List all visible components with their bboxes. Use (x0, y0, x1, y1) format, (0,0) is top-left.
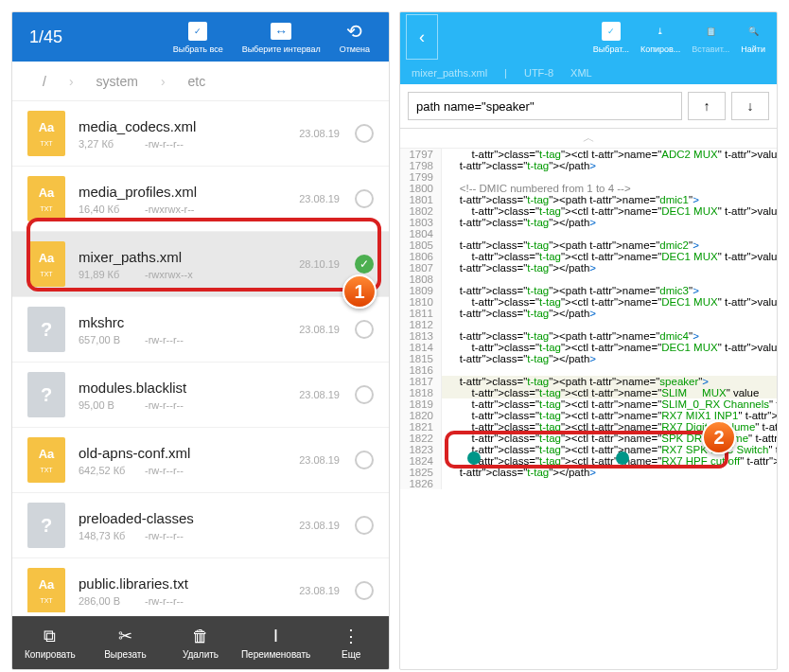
radio-unchecked[interactable] (355, 320, 374, 339)
code-line[interactable]: 1826 (400, 478, 777, 489)
editor-tabs: mixer_paths.xml | UTF-8 XML (400, 62, 777, 84)
tab-filename[interactable]: mixer_paths.xml (412, 67, 487, 79)
code-line[interactable]: 1797 t-attr">class="t-tag"><ctl t-attr">… (400, 149, 777, 160)
code-line[interactable]: 1810 t-attr">class="t-tag"><ctl t-attr">… (400, 296, 777, 308)
line-number: 1806 (400, 251, 442, 262)
code-line[interactable]: 1803 t-attr">class="t-tag"></path> (400, 217, 777, 228)
code-line[interactable]: 1800 <!-- DMIC numbered from 1 to 4 --> (400, 183, 777, 194)
file-date: 23.08.19 (299, 454, 340, 466)
line-number: 1801 (400, 194, 442, 205)
code-line[interactable]: 1804 (400, 228, 777, 239)
cut-button[interactable]: ✂Вырезать (88, 616, 164, 669)
code-view[interactable]: 1797 t-attr">class="t-tag"><ctl t-attr">… (400, 149, 777, 669)
copy-button[interactable]: ⧉Копировать (12, 616, 88, 669)
line-content: t-attr">class="t-tag"></path> (442, 262, 777, 274)
selection-handle[interactable] (467, 451, 481, 465)
file-list: media_codecs.xml 3,27 Кб-rw-r--r-- 23.08… (12, 101, 389, 612)
rename-button[interactable]: IПереименовать (238, 616, 314, 669)
cancel-button[interactable]: ⟲ Отмена (330, 20, 379, 54)
code-line[interactable]: 1798 t-attr">class="t-tag"></path> (400, 160, 777, 171)
file-row[interactable]: modules.blacklist 95,00 В-rw-r--r-- 23.0… (12, 363, 389, 428)
code-line[interactable]: 1817 t-attr">class="t-tag"><path t-attr"… (400, 376, 777, 387)
download-icon: ⤓ (649, 20, 672, 43)
code-line[interactable]: 1808 (400, 274, 777, 285)
search-prev-button[interactable]: ↑ (688, 92, 726, 120)
code-line[interactable]: 1806 t-attr">class="t-tag"><ctl t-attr">… (400, 251, 777, 262)
code-line[interactable]: 1805 t-attr">class="t-tag"><path t-attr"… (400, 239, 777, 251)
line-number: 1817 (400, 376, 442, 387)
code-line[interactable]: 1825 t-attr">class="t-tag"></path> (400, 467, 777, 478)
line-content (442, 364, 777, 376)
tab-encoding[interactable]: UTF-8 (524, 67, 553, 79)
line-content: t-attr">class="t-tag"><path t-attr">name… (442, 194, 777, 205)
copy-button[interactable]: ⤓Копиров... (635, 20, 686, 54)
selection-handle[interactable] (616, 451, 629, 465)
file-date: 23.08.19 (299, 520, 340, 531)
file-size: 642,52 Кб (79, 465, 145, 476)
radio-unchecked[interactable] (355, 385, 374, 404)
line-number: 1823 (400, 444, 442, 455)
find-button[interactable]: 🔍Найти (735, 20, 771, 54)
code-line[interactable]: 1802 t-attr">class="t-tag"><ctl t-attr">… (400, 205, 777, 217)
badge-1: 1 (342, 274, 377, 309)
code-line[interactable]: 1816 (400, 364, 777, 376)
code-line[interactable]: 1801 t-attr">class="t-tag"><path t-attr"… (400, 194, 777, 205)
file-size: 286,00 В (79, 595, 145, 607)
file-row[interactable]: mixer_paths.xml 91,89 Кб-rwxrwx--x 28.10… (12, 232, 389, 297)
radio-unchecked[interactable] (355, 189, 374, 208)
line-content: t-attr">class="t-tag"><path t-attr">name… (442, 330, 777, 342)
file-row[interactable]: preloaded-classes 148,73 Кб-rw-r--r-- 23… (12, 493, 389, 558)
radio-unchecked[interactable] (355, 581, 374, 600)
code-line[interactable]: 1819 t-attr">class="t-tag"><ctl t-attr">… (400, 398, 777, 410)
checkmark-icon[interactable]: ✓ (355, 255, 374, 274)
file-icon (27, 437, 65, 483)
search-next-button[interactable]: ↓ (731, 92, 769, 120)
code-line[interactable]: 1815 t-attr">class="t-tag"></path> (400, 353, 777, 364)
code-line[interactable]: 1818 t-attr">class="t-tag"><ctl t-attr">… (400, 387, 777, 398)
line-content: t-attr">class="t-tag"><ctl t-attr">name=… (442, 205, 777, 217)
radio-unchecked[interactable] (355, 451, 374, 469)
paste-button[interactable]: 📋Вставит... (686, 20, 735, 54)
file-size: 3,27 Кб (79, 138, 145, 150)
file-row[interactable]: public.libraries.txt 286,00 В-rw-r--r-- … (12, 558, 389, 612)
file-size: 16,40 Кб (79, 203, 145, 215)
code-line[interactable]: 1813 t-attr">class="t-tag"><path t-attr"… (400, 330, 777, 342)
collapse-indicator[interactable]: ︿ (400, 129, 777, 149)
file-name: media_codecs.xml (79, 118, 299, 134)
search-icon: 🔍 (742, 20, 764, 43)
code-line[interactable]: 1824 t-attr">class="t-tag"><ctl t-attr">… (400, 455, 777, 467)
file-size: 148,73 Кб (79, 530, 145, 541)
scissors-icon: ✂ (118, 626, 132, 646)
code-line[interactable]: 1814 t-attr">class="t-tag"><ctl t-attr">… (400, 342, 777, 353)
code-line[interactable]: 1811 t-attr">class="t-tag"></path> (400, 308, 777, 319)
line-content: t-attr">class="t-tag"><path t-attr">name… (442, 376, 777, 387)
search-input[interactable] (408, 92, 682, 120)
file-row[interactable]: old-apns-conf.xml 642,52 Кб-rw-r--r-- 23… (12, 428, 389, 493)
code-line[interactable]: 1809 t-attr">class="t-tag"><path t-attr"… (400, 285, 777, 296)
tab-syntax[interactable]: XML (570, 67, 592, 79)
radio-unchecked[interactable] (355, 516, 374, 535)
code-line[interactable]: 1807 t-attr">class="t-tag"></path> (400, 262, 777, 274)
file-row[interactable]: mkshrc 657,00 В-rw-r--r-- 23.08.19 (12, 297, 389, 363)
file-permissions: -rw-r--r-- (145, 334, 299, 345)
code-line[interactable]: 1812 (400, 319, 777, 330)
select-interval-button[interactable]: ↔ Выберите интервал (233, 20, 330, 54)
back-button[interactable]: ‹ (406, 14, 438, 60)
file-row[interactable]: media_profiles.xml 16,40 Кб-rwxrwx-r-- 2… (12, 167, 389, 232)
radio-unchecked[interactable] (355, 124, 374, 143)
line-content (442, 478, 777, 489)
line-number: 1816 (400, 364, 442, 376)
code-line[interactable]: 1799 (400, 171, 777, 183)
breadcrumb[interactable]: / › system › etc (12, 62, 389, 101)
line-number: 1814 (400, 342, 442, 353)
select-all-button[interactable]: ✓ Выбрать все (164, 20, 233, 54)
more-button[interactable]: ⋮Еще (313, 616, 389, 669)
interval-icon: ↔ (271, 23, 291, 40)
line-content: t-attr">class="t-tag"><path t-attr">name… (442, 239, 777, 251)
delete-button[interactable]: 🗑Удалить (163, 616, 238, 669)
select-button[interactable]: ✓Выбрат... (587, 20, 635, 54)
file-row[interactable]: media_codecs.xml 3,27 Кб-rw-r--r-- 23.08… (12, 101, 389, 167)
line-number: 1820 (400, 410, 442, 421)
file-permissions: -rw-r--r-- (145, 138, 299, 150)
line-number: 1808 (400, 274, 442, 285)
